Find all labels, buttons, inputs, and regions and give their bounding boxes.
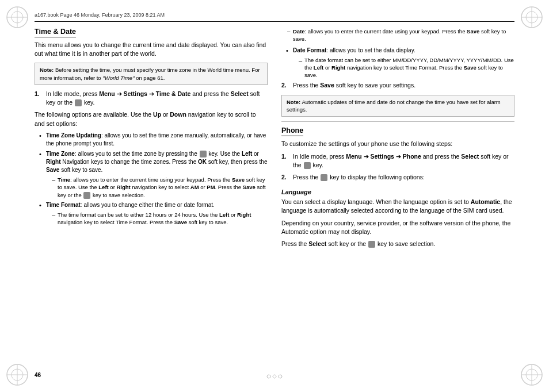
note-label-2: Note: xyxy=(287,99,300,105)
right-numbered-list: 2. Press the Save soft key to save your … xyxy=(281,81,514,90)
header-bar: a167.book Page 46 Monday, February 23, 2… xyxy=(35,9,514,22)
corner-decoration-tr xyxy=(519,5,544,30)
date-format-subdash: The date format can be set to either MM/… xyxy=(299,56,514,79)
note-box-1: Note: Before setting the time, you must … xyxy=(35,63,268,85)
key-icon-5 xyxy=(321,174,327,181)
phone-step-2: 2. Press the key to display the followin… xyxy=(281,173,514,182)
time-zone-subdash: Time: allows you to enter the current ti… xyxy=(52,176,268,199)
svg-point-16 xyxy=(267,375,270,378)
note-text-2: Automatic updates of time and date do no… xyxy=(287,99,501,113)
step-2-content: Press the Save soft key to save your set… xyxy=(293,81,514,90)
content-area: Time & Date This menu allows you to chan… xyxy=(35,28,514,369)
time-date-title: Time & Date xyxy=(35,28,76,37)
time-date-intro: This menu allows you to change the curre… xyxy=(35,41,268,58)
step-1-followup: The following options are available. Use… xyxy=(35,110,268,128)
phone-numbered-list: 1. In Idle mode, press Menu ➔ Settings ➔… xyxy=(281,152,514,182)
language-para1: You can select a display language. When … xyxy=(281,198,514,215)
bullet-time-format: Time Format: allows you to change either… xyxy=(39,201,268,226)
step-1-content: In Idle mode, press Menu ➔ Settings ➔ Ti… xyxy=(46,90,268,107)
bullet-time-zone-updating: Time Zone Updating: allows you to set th… xyxy=(39,132,268,148)
svg-point-17 xyxy=(273,375,276,378)
phone-step-2-number: 2. xyxy=(281,173,291,182)
bullet-time-zone: Time Zone: allows you to set the time zo… xyxy=(39,150,268,199)
right-top-subdash: Date: allows you to enter the current da… xyxy=(287,28,514,43)
svg-point-18 xyxy=(279,375,282,378)
left-numbered-list: 1. In Idle mode, press Menu ➔ Settings ➔… xyxy=(35,90,268,107)
note-label-1: Note: xyxy=(40,67,54,73)
phone-step-2-content: Press the key to display the following o… xyxy=(293,173,514,182)
date-subdash-item: Date: allows you to enter the current da… xyxy=(287,28,514,43)
key-icon-1 xyxy=(75,99,82,106)
step-1: 1. In Idle mode, press Menu ➔ Settings ➔… xyxy=(35,90,268,107)
corner-decoration-br xyxy=(519,362,544,387)
phone-title: Phone xyxy=(281,126,303,136)
left-bullet-list: Time Zone Updating: allows you to set th… xyxy=(39,132,268,226)
time-subdash-item: Time: allows you to enter the current ti… xyxy=(52,176,268,199)
key-icon-4 xyxy=(304,162,311,169)
corner-decoration-tl xyxy=(5,5,30,30)
key-icon-6 xyxy=(368,241,375,248)
bullet-date-format: Date Format: allows you to set the data … xyxy=(286,47,514,79)
phone-step-1-number: 1. xyxy=(281,152,291,161)
key-icon-3 xyxy=(83,192,90,199)
step-1-number: 1. xyxy=(35,90,44,98)
time-format-subdash: The time format can be set to either 12 … xyxy=(52,211,268,226)
phone-step-1: 1. In Idle mode, press Menu ➔ Settings ➔… xyxy=(281,152,514,170)
step-2-number: 2. xyxy=(281,81,291,90)
phone-intro: To customize the settings of your phone … xyxy=(281,140,514,148)
bottom-center-decoration xyxy=(266,372,283,382)
step-2: 2. Press the Save soft key to save your … xyxy=(281,81,514,90)
page-container: a167.book Page 46 Monday, February 23, 2… xyxy=(0,0,549,392)
note-text-1: Before setting the time, you must specif… xyxy=(40,67,260,80)
left-column: Time & Date This menu allows you to chan… xyxy=(35,28,268,369)
language-para3: Press the Select soft key or the key to … xyxy=(281,240,514,248)
divider-1 xyxy=(281,121,514,122)
corner-decoration-bl xyxy=(5,362,30,387)
header-text: a167.book Page 46 Monday, February 23, 2… xyxy=(35,12,165,18)
right-column: Date: allows you to enter the current da… xyxy=(281,28,514,369)
key-icon-2 xyxy=(200,151,207,157)
page-number: 46 xyxy=(35,372,41,378)
language-title: Language xyxy=(281,189,514,195)
phone-step-1-content: In Idle mode, press Menu ➔ Settings ➔ Ph… xyxy=(293,152,514,170)
time-format-subdash-item: The time format can be set to either 12 … xyxy=(52,211,268,226)
date-format-subdash-item: The date format can be set to either MM/… xyxy=(299,56,514,79)
right-bullet-list: Date Format: allows you to set the data … xyxy=(286,47,514,79)
language-para2: Depending on your country, service provi… xyxy=(281,219,514,236)
note-box-2: Note: Automatic updates of time and date… xyxy=(281,95,514,117)
